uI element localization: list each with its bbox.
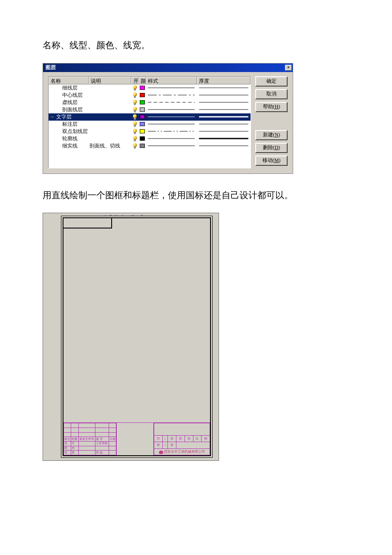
- layer-name: 文字层: [55, 113, 89, 121]
- color-swatch[interactable]: [140, 86, 145, 90]
- layer-row[interactable]: 标注层: [49, 121, 251, 128]
- lightbulb-icon[interactable]: [133, 136, 137, 142]
- lineweight-preview: [198, 143, 249, 149]
- layer-name: 虚线层: [55, 99, 89, 106]
- linestyle-preview: [147, 121, 196, 127]
- cancel-button[interactable]: 取消: [255, 89, 288, 99]
- lineweight-preview: [198, 92, 249, 98]
- layer-name: 细实线: [55, 142, 89, 150]
- layer-row[interactable]: →文字层: [49, 113, 251, 121]
- lineweight-preview: [198, 107, 249, 113]
- layer-name: 标注层: [55, 121, 89, 128]
- layer-name: 双点划线层: [55, 128, 89, 135]
- layer-list[interactable]: 名称 说明 开 颜 样式 厚度 细线层 中心线层 虚线层 剖面线层 →文字层 标…: [48, 76, 251, 168]
- col-style[interactable]: 样式: [146, 77, 197, 84]
- current-layer-icon: →: [49, 114, 55, 120]
- lightbulb-icon[interactable]: [133, 107, 137, 113]
- linestyle-preview: [147, 114, 196, 120]
- linestyle-preview: [147, 136, 196, 142]
- layer-row[interactable]: 轮廓线: [49, 135, 251, 142]
- dialog-title: 图层: [46, 64, 56, 71]
- color-swatch[interactable]: [140, 100, 145, 104]
- drawing-frame: 标记处数更改文件号签 字日期设计工艺审核校对审查审 核 共1张第张比例第1张固安…: [61, 216, 213, 458]
- col-thick[interactable]: 厚度: [197, 77, 251, 84]
- button-column: 确定 取消 帮助(H) 新建(N) 删除(D) 移动(M): [255, 76, 288, 168]
- layer-desc: 剖面线、切线: [89, 142, 131, 150]
- layer-name: 轮廓线: [55, 135, 89, 142]
- linestyle-preview: [147, 85, 196, 91]
- layer-name: 剖面线层: [55, 106, 89, 113]
- lightbulb-icon[interactable]: [133, 121, 137, 127]
- title-block: 标记处数更改文件号签 字日期设计工艺审核校对审查审 核 共1张第张比例第1张固安…: [63, 422, 210, 455]
- lightbulb-icon[interactable]: [133, 129, 137, 134]
- color-swatch[interactable]: [140, 144, 145, 148]
- lineweight-preview: [198, 121, 249, 127]
- layer-name: 中心线层: [55, 92, 89, 99]
- linestyle-preview: [147, 99, 196, 105]
- lightbulb-icon[interactable]: [133, 100, 137, 105]
- layer-row[interactable]: 中心线层: [49, 92, 251, 99]
- layer-row[interactable]: 细实线剖面线、切线: [49, 142, 251, 150]
- layer-name: 细线层: [55, 84, 89, 92]
- lightbulb-icon[interactable]: [133, 114, 137, 120]
- lineweight-preview: [198, 136, 249, 142]
- layer-row[interactable]: 剖面线层: [49, 106, 251, 113]
- col-desc[interactable]: 说明: [89, 77, 131, 84]
- color-swatch[interactable]: [140, 129, 145, 133]
- intro-text: 名称、线型、颜色、线宽。: [43, 38, 349, 53]
- linestyle-preview: [147, 128, 196, 134]
- layer-row[interactable]: 细线层: [49, 84, 251, 92]
- close-icon[interactable]: ×: [285, 65, 292, 71]
- lineweight-preview: [198, 128, 249, 134]
- list-header: 名称 说明 开 颜 样式 厚度: [49, 77, 251, 84]
- col-color[interactable]: 颜: [138, 77, 146, 84]
- color-swatch[interactable]: [140, 136, 145, 141]
- color-swatch[interactable]: [140, 122, 145, 126]
- linestyle-preview: [147, 92, 196, 98]
- lightbulb-icon[interactable]: [133, 143, 137, 149]
- titlebar: 图层 ×: [43, 64, 293, 72]
- delete-button[interactable]: 删除(D): [255, 143, 288, 153]
- color-swatch[interactable]: [140, 93, 145, 97]
- lightbulb-icon[interactable]: [133, 85, 137, 91]
- color-swatch[interactable]: [140, 115, 145, 119]
- layer-row[interactable]: 双点划线层: [49, 128, 251, 135]
- col-on[interactable]: 开: [131, 77, 138, 84]
- lineweight-preview: [198, 99, 249, 105]
- linestyle-preview: [147, 107, 196, 113]
- lineweight-preview: [198, 114, 249, 120]
- instruction-text: 用直线绘制一个图框和标题栏，使用国标还是自己设计都可以。: [43, 188, 349, 203]
- lineweight-preview: [198, 85, 249, 91]
- move-button[interactable]: 移动(M): [255, 156, 288, 166]
- layer-row[interactable]: 虚线层: [49, 99, 251, 106]
- color-swatch[interactable]: [140, 107, 145, 112]
- drawing-preview: ◇ ⟳ ✕ ⇄ ▭ □ ▸ ⋀▸▸ 标记处数更改文件号签 字日期设计工艺审核校对…: [43, 213, 219, 461]
- linestyle-preview: [147, 143, 196, 149]
- col-name[interactable]: 名称: [49, 77, 89, 84]
- company-logo-icon: [159, 451, 163, 454]
- new-button[interactable]: 新建(N): [255, 130, 288, 140]
- help-button[interactable]: 帮助(H): [255, 102, 288, 112]
- ok-button[interactable]: 确定: [255, 76, 288, 87]
- lightbulb-icon[interactable]: [133, 92, 137, 98]
- layers-dialog: 图层 × 名称 说明 开 颜 样式 厚度 细线层 中心线层 虚线层 剖面线层 →…: [43, 63, 293, 174]
